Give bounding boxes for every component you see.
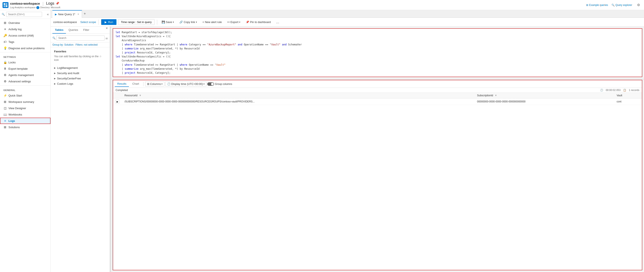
left-tab-tables[interactable]: Tables: [52, 27, 66, 33]
settings-section-label: Settings: [0, 53, 50, 59]
sidebar-item-tags[interactable]: 🏷 Tags: [0, 39, 50, 45]
tables-search-input[interactable]: [56, 35, 104, 40]
sidebar-item-workspace-summary-label: Workspace summary: [8, 100, 34, 103]
sidebar-item-workbooks-label: Workbooks: [8, 113, 22, 116]
more-options-button[interactable]: ...: [274, 19, 281, 25]
new-alert-rule-button[interactable]: + New alert rule: [200, 19, 224, 25]
group-log-management-label: LogManagement: [57, 66, 78, 69]
sidebar-item-view-designer[interactable]: ◫ View Designer: [0, 105, 50, 111]
expand-cell[interactable]: ▶: [113, 98, 122, 105]
app-icon: [2, 2, 8, 8]
export-caret: ▾: [239, 21, 240, 23]
sidebar-collapse-btn[interactable]: «: [47, 12, 49, 16]
subscription-id-filter-icon[interactable]: ▼: [494, 94, 497, 97]
query-panels: Tables Queries Filter ✕ 🔍 ⚌ Group by: So…: [51, 27, 644, 272]
table-header-row: ResourceId ▼ SubscriptionId ▼ Vault: [113, 93, 642, 98]
view-designer-icon: ◫: [4, 106, 7, 110]
group-custom-logs[interactable]: ▶ Custom Logs: [52, 81, 108, 86]
settings-button[interactable]: ⚙: [636, 2, 642, 8]
sidebar-item-solutions[interactable]: ⊞ Solutions: [0, 124, 50, 130]
pin-dashboard-button[interactable]: 📌 Pin to dashboard: [244, 19, 272, 25]
chevron-custom-logs: ▶: [54, 83, 56, 85]
example-queries-btn[interactable]: ⊞ Example queries: [586, 3, 608, 6]
header-title-block: contoso-workspace | Logs 📌 Log Analytics…: [10, 1, 60, 9]
sidebar-item-overview[interactable]: ⊞ Overview: [0, 20, 50, 26]
chevron-security-audit: ▶: [54, 72, 56, 74]
copy-link-icon: 🔗: [180, 20, 183, 24]
columns-label: Columns: [150, 82, 161, 85]
favorites-title: Favorites: [52, 49, 108, 54]
group-security-audit[interactable]: ▶ Security and Audit: [52, 70, 108, 76]
info-icon[interactable]: i: [36, 6, 39, 9]
tab-new-query-1[interactable]: ▶ New Query 1* ✕: [52, 10, 82, 18]
svg-rect-0: [4, 3, 5, 5]
top-header: contoso-workspace | Logs 📌 Log Analytics…: [0, 0, 644, 10]
pin-dashboard-icon: 📌: [246, 20, 249, 24]
results-table: ResourceId ▼ SubscriptionId ▼ Vault: [113, 93, 642, 270]
sidebar-item-quickstart-label: Quick Start: [8, 94, 22, 97]
tags-icon: 🏷: [4, 40, 7, 43]
sidebar-item-logs[interactable]: ≡ Logs: [0, 118, 50, 124]
sidebar-search-input[interactable]: [6, 12, 42, 17]
sidebar-item-advanced[interactable]: ⚙ Advanced settings: [0, 78, 50, 84]
results-tab-results[interactable]: Results: [115, 81, 129, 87]
sidebar-item-agents[interactable]: ⚙ Agents management: [0, 72, 50, 78]
tab-bar: ▶ New Query 1* ✕ +: [51, 10, 644, 18]
export-icon: ↦: [227, 20, 230, 24]
resource-id-header[interactable]: ResourceId ▼: [122, 93, 474, 98]
pin-icon[interactable]: 📌: [56, 2, 59, 5]
content-area: ▶ New Query 1* ✕ + contoso-workspace Sel…: [51, 10, 644, 272]
sidebar-item-diagnose[interactable]: 💡 Diagnose and solve problems: [0, 45, 50, 51]
left-panel-close-btn[interactable]: ✕: [106, 27, 108, 33]
header-separator: |: [42, 1, 44, 6]
expand-row-button[interactable]: ▶: [116, 100, 120, 103]
columns-caret: ▾: [162, 83, 162, 85]
export-button[interactable]: ↦ Export ▾: [226, 19, 242, 25]
results-tab-chart[interactable]: Chart: [130, 81, 142, 87]
copy-link-button[interactable]: 🔗 Copy link ▾: [178, 19, 198, 25]
time-range-button[interactable]: Time range : Set in query: [118, 19, 154, 25]
favorites-hint: You can add favorites by clicking on the…: [52, 54, 108, 63]
sidebar-item-activity-log-label: Activity log: [8, 28, 22, 31]
group-by-label: Group by:: [52, 43, 64, 46]
sidebar-item-locks[interactable]: 🔒 Locks: [0, 59, 50, 65]
sidebar-item-quickstart[interactable]: ⚡ Quick Start: [0, 92, 50, 99]
display-time-button[interactable]: 🕐 Display time (UTC+00:00) ▾: [165, 81, 206, 86]
run-button[interactable]: ▶ Run: [101, 19, 116, 25]
favorites-section: Favorites You can add favorites by click…: [51, 47, 110, 64]
top-right-actions: ⊞ Example queries 🔍 Query explorer ⚙: [586, 2, 642, 8]
sidebar-item-locks-label: Locks: [8, 61, 16, 64]
query-editor[interactable]: let RangeStart = startofday(ago(3d)); le…: [113, 29, 642, 77]
left-tab-filter[interactable]: Filter: [81, 27, 92, 33]
save-button[interactable]: 💾 Save ▾: [160, 19, 176, 25]
advanced-icon: ⚙: [4, 80, 7, 83]
select-scope-btn[interactable]: Select scope: [80, 20, 96, 24]
sidebar-item-export-template[interactable]: ⬆ Export template: [0, 65, 50, 72]
sidebar-item-workbooks[interactable]: 📖 Workbooks: [0, 111, 50, 118]
filters-label: Filters:: [76, 43, 83, 46]
subscription-id-header[interactable]: SubscriptionId ▼: [474, 93, 614, 98]
filter-icon[interactable]: ⚌: [106, 36, 108, 40]
duration-value: 00:00:02.053: [606, 89, 620, 92]
sidebar-item-tags-label: Tags: [8, 40, 14, 43]
query-explorer-btn[interactable]: 🔍 Query explorer: [612, 3, 632, 6]
group-log-management[interactable]: ▶ LogManagement: [52, 65, 108, 70]
vault-header[interactable]: Vault: [614, 93, 642, 98]
sidebar-item-iam[interactable]: 🔑 Access control (IAM): [0, 32, 50, 39]
clock-icon: 🕐: [167, 82, 170, 85]
sidebar-item-advanced-label: Advanced settings: [8, 80, 31, 83]
group-by-value[interactable]: Solution: [64, 43, 73, 46]
tab-run-icon: ▶: [55, 13, 57, 16]
general-section-label: General: [0, 86, 50, 92]
resource-id-label: ResourceId: [124, 94, 137, 97]
sidebar-item-activity-log[interactable]: ≡ Activity log: [0, 26, 50, 32]
group-security-center-free[interactable]: ▶ SecurityCenterFree: [52, 76, 108, 81]
tab-add-button[interactable]: +: [82, 10, 88, 18]
left-tab-queries[interactable]: Queries: [66, 27, 81, 33]
columns-button[interactable]: ⊞ Columns ▾: [145, 81, 164, 86]
group-columns-toggle[interactable]: [207, 82, 214, 86]
tab-close-icon[interactable]: ✕: [77, 13, 79, 16]
resource-id-filter-icon[interactable]: ▼: [139, 94, 142, 97]
filters-value[interactable]: not selected: [84, 43, 98, 46]
sidebar-item-workspace-summary[interactable]: ⊞ Workspace summary: [0, 99, 50, 105]
